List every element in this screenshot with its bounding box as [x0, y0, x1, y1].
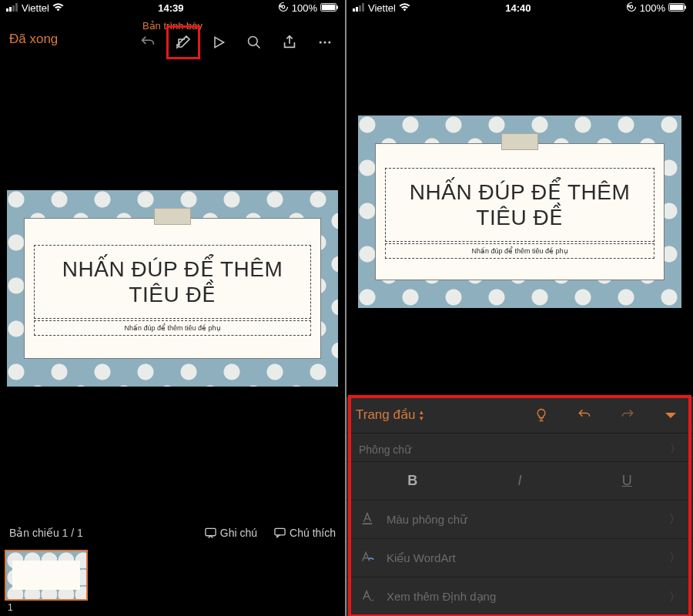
comments-button[interactable]: Chú thích: [274, 527, 336, 539]
slide-canvas[interactable]: NHẤN ĐÚP ĐỂ THÊM TIÊU ĐỀ Nhấn đúp để thê…: [346, 15, 693, 397]
rotation-lock-icon: [626, 2, 637, 15]
wordart-row[interactable]: Kiểu WordArt 〉: [346, 539, 693, 578]
italic-button[interactable]: I: [466, 473, 573, 489]
tab-stepper-icon: ▴▾: [420, 409, 424, 421]
thumb-index: 1: [5, 602, 340, 613]
svg-rect-15: [353, 8, 355, 12]
battery-label: 100%: [292, 2, 317, 14]
signal-icon: [6, 2, 18, 14]
chevron-right-icon: 〉: [669, 590, 681, 604]
underline-button[interactable]: U: [574, 473, 681, 489]
battery-icon: [668, 2, 687, 14]
phone-right: Viettel 14:40 100% NHẤN ĐÚP ĐỂ THÊM TIÊU…: [346, 0, 693, 616]
notes-label: Ghi chú: [220, 527, 257, 539]
svg-rect-22: [670, 4, 683, 9]
signal-icon: [353, 2, 365, 14]
wordart-label: Kiểu WordArt: [387, 551, 456, 565]
slide-title-placeholder[interactable]: NHẤN ĐÚP ĐỂ THÊM TIÊU ĐỀ: [385, 168, 654, 242]
svg-rect-13: [206, 528, 216, 535]
play-icon[interactable]: [209, 33, 228, 52]
carrier-label: Viettel: [22, 2, 49, 14]
svg-rect-0: [6, 8, 8, 12]
collapse-icon[interactable]: [662, 407, 679, 424]
svg-point-10: [320, 42, 322, 44]
font-color-icon: [359, 511, 376, 527]
svg-rect-2: [12, 5, 15, 12]
slide-thumb[interactable]: [5, 550, 88, 601]
slide[interactable]: NHẤN ĐÚP ĐỂ THÊM TIÊU ĐỀ Nhấn đúp để thê…: [7, 190, 338, 387]
document-title: Bản trình bày: [142, 20, 203, 32]
font-section[interactable]: Phông chữ 〉: [346, 434, 693, 462]
edit-icon[interactable]: [174, 33, 192, 52]
svg-rect-14: [275, 528, 285, 534]
statusbar: Viettel 14:39 100%: [0, 0, 345, 15]
rotation-lock-icon: [278, 2, 289, 15]
font-section-label: Phông chữ: [359, 444, 411, 456]
statusbar: Viettel 14:40 100%: [346, 0, 693, 15]
slide-title-placeholder[interactable]: NHẤN ĐÚP ĐỂ THÊM TIÊU ĐỀ: [34, 245, 311, 319]
svg-rect-7: [322, 4, 335, 9]
redo-icon[interactable]: [619, 407, 636, 424]
wifi-icon: [399, 2, 410, 14]
search-icon[interactable]: [245, 33, 263, 52]
font-color-label: Màu phông chữ: [387, 513, 467, 527]
chevron-right-icon: 〉: [669, 512, 681, 527]
footer-bar: Bản chiếu 1 / 1 Ghi chú Chú thích: [0, 519, 345, 547]
clip-decoration: [154, 208, 191, 225]
tab-label: Trang đầu: [356, 407, 415, 423]
slide-counter: Bản chiếu 1 / 1: [9, 527, 83, 539]
title-card: NHẤN ĐÚP ĐỂ THÊM TIÊU ĐỀ Nhấn đúp để thê…: [375, 143, 665, 280]
notes-button[interactable]: Ghi chú: [205, 527, 257, 539]
clock: 14:40: [505, 2, 531, 14]
thumbnail-strip[interactable]: 1: [0, 547, 345, 616]
wifi-icon: [52, 2, 64, 14]
slide-canvas[interactable]: NHẤN ĐÚP ĐỂ THÊM TIÊU ĐỀ Nhấn đúp để thê…: [0, 58, 345, 519]
more-icon[interactable]: [316, 33, 334, 52]
svg-point-25: [370, 599, 372, 601]
more-format-label: Xem thêm Định dạng: [387, 590, 496, 604]
chevron-right-icon: 〉: [670, 443, 681, 457]
svg-rect-3: [15, 3, 18, 12]
slide-subtitle-placeholder[interactable]: Nhấn đúp để thêm tiêu đề phụ: [34, 320, 311, 336]
more-format-icon: [359, 589, 376, 605]
svg-rect-17: [359, 5, 361, 12]
svg-point-26: [372, 599, 373, 601]
done-button[interactable]: Đã xong: [9, 32, 58, 47]
clock: 14:39: [158, 2, 183, 14]
slide-subtitle-placeholder[interactable]: Nhấn đúp để thêm tiêu đề phụ: [385, 243, 654, 259]
bold-button[interactable]: B: [359, 473, 466, 489]
slide[interactable]: NHẤN ĐÚP ĐỂ THÊM TIÊU ĐỀ Nhấn đúp để thê…: [358, 116, 681, 308]
tellme-icon[interactable]: [533, 407, 550, 424]
chevron-right-icon: 〉: [669, 551, 681, 565]
svg-rect-24: [363, 523, 373, 524]
svg-rect-18: [362, 3, 364, 12]
undo-icon[interactable]: [576, 407, 593, 424]
clip-decoration: [501, 133, 538, 150]
svg-point-20: [630, 5, 633, 8]
svg-point-12: [328, 42, 330, 44]
svg-rect-8: [336, 5, 338, 9]
tab-selector[interactable]: Trang đầu ▴▾: [356, 407, 424, 423]
header: Đã xong Bản trình bày: [0, 15, 345, 58]
wordart-icon: [359, 550, 376, 566]
title-card: NHẤN ĐÚP ĐỂ THÊM TIÊU ĐỀ Nhấn đúp để thê…: [24, 218, 321, 359]
comments-label: Chú thích: [290, 527, 336, 539]
undo-icon[interactable]: [139, 33, 157, 52]
battery-label: 100%: [640, 2, 665, 14]
toolbar: [139, 33, 334, 52]
more-formatting-row[interactable]: Xem thêm Định dạng 〉: [346, 578, 693, 616]
edit-panel: Trang đầu ▴▾: [346, 397, 693, 616]
svg-point-5: [282, 5, 285, 8]
font-color-row[interactable]: Màu phông chữ 〉: [346, 500, 693, 539]
text-style-row: B I U: [346, 462, 693, 500]
carrier-label: Viettel: [368, 2, 396, 14]
battery-icon: [320, 2, 339, 14]
svg-rect-23: [685, 5, 686, 9]
ribbon-tabbar: Trang đầu ▴▾: [346, 397, 693, 434]
svg-point-11: [324, 42, 326, 44]
share-icon[interactable]: [280, 33, 299, 52]
svg-rect-1: [9, 7, 12, 12]
svg-rect-16: [356, 7, 358, 12]
svg-point-9: [249, 37, 258, 46]
phone-left: Viettel 14:39 100% Đã xong Bản trình bày: [0, 0, 346, 616]
